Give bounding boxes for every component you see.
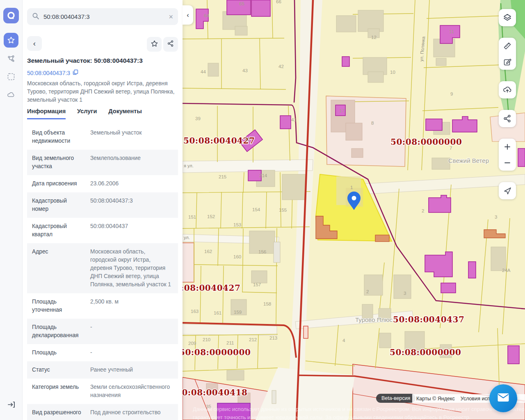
svg-text:39: 39	[195, 116, 201, 121]
app-window: 50:08:004042750:08:000000050:08:00404275…	[0, 0, 525, 420]
clear-search-icon[interactable]: ×	[169, 13, 173, 21]
svg-text:я ул.: я ул.	[184, 163, 194, 168]
svg-text:4: 4	[342, 338, 345, 343]
beta-disclaimer-line1: Данный сервис использует данные из откры…	[193, 406, 525, 412]
table-row: Кадастровый номер50:08:0040437:3	[27, 192, 178, 218]
next-row-hint	[27, 416, 178, 420]
svg-text:17: 17	[339, 108, 345, 113]
envelope-icon	[497, 393, 509, 404]
row-value: 50:08:0040437	[90, 222, 173, 239]
cadastral-number-link[interactable]: 50:08:0040437:3	[27, 69, 78, 76]
app-logo[interactable]	[3, 8, 19, 23]
search-icon	[32, 12, 39, 21]
svg-text:41: 41	[291, 117, 297, 122]
row-value: Московская область, городской округ Истр…	[90, 248, 173, 289]
sidebar-rail	[0, 0, 23, 420]
locate-button[interactable]	[499, 182, 516, 199]
share-map-button[interactable]	[499, 110, 516, 127]
row-label: Статус	[32, 366, 84, 374]
exit-button[interactable]	[3, 397, 19, 412]
table-row: АдресМосковская область, городской округ…	[27, 243, 178, 293]
row-label: Площадь уточненная	[32, 298, 84, 314]
table-row: Категория земельЗемли сельскохозяйственн…	[27, 379, 178, 404]
object-toolbar: ‹	[27, 36, 178, 52]
chat-button[interactable]	[489, 384, 517, 412]
svg-text:162: 162	[204, 249, 212, 254]
svg-text:12: 12	[371, 35, 377, 40]
svg-text:65: 65	[239, 1, 244, 6]
sidebar-item-cloud[interactable]	[3, 87, 19, 103]
row-value: Землепользование	[90, 154, 173, 171]
beta-disclaimer-line2: гарантирует точность и не имеет юридичес…	[193, 414, 525, 420]
share-object-button[interactable]	[163, 37, 178, 52]
svg-text:152: 152	[207, 214, 215, 219]
row-label: Вид земельного участка	[32, 154, 84, 171]
yandex-copyright[interactable]: Карты © Яндекс	[416, 396, 455, 402]
svg-text:Турово Плюс: Турово Плюс	[355, 316, 393, 323]
sidebar-item-favorites[interactable]	[4, 33, 18, 48]
svg-text:211: 211	[226, 340, 234, 345]
svg-text:24А: 24А	[502, 268, 511, 273]
layers-icon	[499, 10, 516, 26]
zoom-group	[499, 139, 516, 171]
upload-button[interactable]	[499, 81, 516, 98]
ruler-button[interactable]	[499, 38, 516, 54]
zoom-in-button[interactable]	[499, 139, 516, 155]
svg-text:11: 11	[449, 29, 454, 34]
svg-text:2: 2	[366, 289, 369, 294]
svg-text:50:08:0040427: 50:08:0040427	[183, 136, 255, 146]
tab-0[interactable]: Информация	[27, 108, 66, 119]
row-value: -	[90, 349, 173, 357]
cloud-upload-icon	[499, 82, 516, 98]
row-value: -	[90, 323, 173, 340]
favorite-button[interactable]	[147, 37, 162, 52]
info-table: Вид объекта недвижимостиЗемельный участо…	[27, 124, 178, 420]
svg-text:ул.: ул.	[184, 235, 190, 240]
svg-text:3: 3	[495, 215, 497, 219]
row-value: Ранее учтенный	[90, 366, 173, 374]
search-input[interactable]	[43, 13, 164, 20]
locate-icon	[499, 183, 516, 199]
svg-text:42: 42	[278, 64, 284, 69]
layers-button[interactable]	[499, 9, 516, 26]
row-value: Земельный участок	[90, 129, 173, 145]
table-row: Площадь уточненная2,500 кв. м	[27, 293, 178, 319]
map[interactable]: 50:08:004042750:08:000000050:08:00404275…	[183, 0, 525, 420]
page-title: Земельный участок: 50:08:0040437:3	[27, 57, 178, 64]
object-address: Московская область, городской округ Истр…	[27, 80, 178, 104]
search-bar[interactable]: ×	[27, 8, 178, 25]
tab-1[interactable]: Услуги	[77, 108, 97, 119]
svg-text:43: 43	[242, 68, 248, 73]
svg-text:8: 8	[371, 121, 374, 126]
sidebar-item-select-area[interactable]	[3, 69, 19, 84]
svg-text:50:08:0000000: 50:08:0000000	[183, 347, 251, 357]
zoom-out-button[interactable]	[499, 155, 516, 171]
copy-icon[interactable]	[73, 69, 78, 76]
svg-text:40: 40	[245, 137, 250, 142]
svg-text:212: 212	[249, 337, 257, 342]
row-value: Земли сельскохозяйственного назначения	[90, 383, 173, 399]
tab-2[interactable]: Документы	[108, 108, 142, 119]
svg-text:Свежий Ветер: Свежий Ветер	[448, 157, 489, 164]
svg-text:163: 163	[191, 309, 199, 314]
svg-text:161: 161	[214, 310, 221, 315]
collapse-panel-button[interactable]: ‹	[183, 5, 193, 25]
star-icon	[151, 40, 158, 49]
row-label: Дата присвоения	[32, 180, 84, 188]
row-label: Кадастровый квартал	[32, 222, 84, 239]
svg-text:157: 157	[253, 282, 261, 287]
sidebar-item-vector-layers[interactable]	[3, 51, 19, 66]
svg-text:7: 7	[450, 146, 452, 151]
draw-button[interactable]	[499, 54, 516, 70]
svg-text:151: 151	[188, 215, 196, 219]
svg-text:10: 10	[390, 70, 395, 75]
back-button[interactable]: ‹	[27, 36, 42, 51]
svg-text:159: 159	[234, 310, 242, 315]
svg-text:1: 1	[350, 185, 353, 190]
svg-text:153: 153	[233, 222, 241, 227]
svg-text:3: 3	[404, 291, 406, 296]
svg-text:209: 209	[188, 341, 196, 346]
beta-badge: Beta-версия	[376, 394, 415, 403]
svg-text:9: 9	[450, 91, 453, 96]
row-value: 2,500 кв. м	[90, 298, 173, 314]
